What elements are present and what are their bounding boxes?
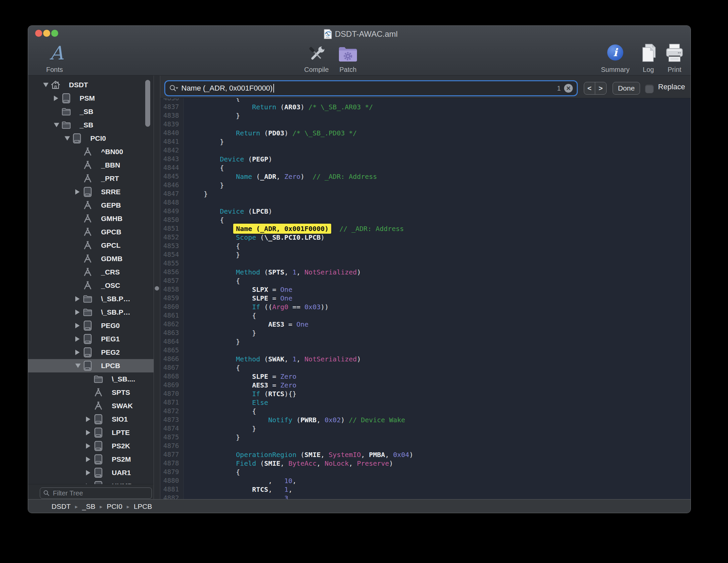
tree-item-gmhb[interactable]: GMHB	[28, 212, 154, 225]
disclosure-triangle[interactable]	[75, 336, 80, 342]
tree-item-swak[interactable]: SWAK	[28, 399, 154, 413]
patch-icon	[337, 44, 359, 65]
tree-item-peg2[interactable]: PEG2	[28, 346, 154, 359]
tree-item-gpcl[interactable]: GPCL	[28, 239, 154, 252]
disclosure-triangle[interactable]	[86, 430, 90, 435]
close-button[interactable]	[35, 30, 42, 37]
disclosure-triangle[interactable]	[86, 457, 90, 462]
disclosure-triangle[interactable]	[86, 417, 90, 422]
device-icon	[93, 454, 103, 464]
disclosure-triangle[interactable]	[65, 136, 70, 141]
code-line: 4852 Scope (\_SB.PCI0.LPCB)	[160, 233, 691, 242]
code-content[interactable]: 4836 {4837 Return (AR03) /* \_SB_.AR03 *…	[160, 98, 691, 499]
tree-item-label: ^BN00	[101, 148, 123, 156]
breadcrumb-item-dsdt[interactable]: DSDT	[52, 502, 71, 511]
tree-item-peg1[interactable]: PEG1	[28, 332, 154, 346]
disclosure-triangle[interactable]	[75, 364, 81, 368]
tree-item-srre[interactable]: SRRE	[28, 185, 154, 199]
tree-item-_osc[interactable]: _OSC	[28, 279, 154, 292]
code-line: 4868 SLPE = Zero	[160, 372, 691, 381]
code-line: 4882 , 3,	[160, 494, 691, 499]
tree-item-dsdt[interactable]: DSDT	[28, 78, 154, 92]
tree-item-gepb[interactable]: GEPB	[28, 199, 154, 212]
tree-item-^bn00[interactable]: ^BN00	[28, 145, 154, 158]
patch-button[interactable]: Patch	[337, 26, 359, 65]
line-number: 4874	[160, 424, 184, 433]
tree-item-sio1[interactable]: SIO1	[28, 413, 154, 426]
clear-search-icon[interactable]: ✕	[564, 84, 573, 93]
zoom-button[interactable]	[51, 30, 58, 37]
tree-item-_sbp[interactable]: \_SB.P…	[28, 306, 154, 319]
method-icon	[83, 267, 93, 277]
minimize-button[interactable]	[43, 30, 50, 37]
tree-item-peg0[interactable]: PEG0	[28, 319, 154, 332]
code-line: 4846 }	[160, 181, 691, 190]
disclosure-triangle[interactable]	[86, 443, 90, 449]
disclosure-triangle[interactable]	[54, 123, 59, 127]
pane-splitter[interactable]	[154, 76, 160, 499]
tree-item-psm[interactable]: PSM	[28, 92, 154, 105]
disclosure-triangle[interactable]	[75, 323, 80, 328]
line-number: 4882	[160, 494, 184, 499]
tree-item-_sb[interactable]: \_SB....	[28, 372, 154, 386]
search-icon[interactable]	[169, 84, 178, 92]
breadcrumb-item-_sb[interactable]: _SB	[82, 502, 95, 511]
compile-button[interactable]: Compile	[305, 26, 328, 65]
tree-item-_sb[interactable]: _SB	[28, 105, 154, 118]
tree-item-pci0[interactable]: PCI0	[28, 132, 154, 145]
code-line: 4856 Method (SPTS, 1, NotSerialized)	[160, 268, 691, 276]
line-number: 4873	[160, 416, 184, 424]
disclosure-triangle[interactable]	[54, 96, 58, 101]
print-button[interactable]: Print	[665, 26, 684, 64]
find-prev-next-control: < >	[584, 82, 607, 95]
tree-item-gpcb[interactable]: GPCB	[28, 225, 154, 239]
breadcrumb-item-pci0[interactable]: PCI0	[107, 502, 122, 511]
tree-item-label: UAR1	[112, 469, 131, 477]
search-input[interactable]: Name (_ADR, 0x001F0000) 1 ✕	[165, 81, 577, 95]
log-button[interactable]: Log	[639, 26, 658, 64]
sidebar-scrollbar[interactable]	[145, 80, 150, 127]
tree-item-gdmb[interactable]: GDMB	[28, 252, 154, 265]
code-line: 4842	[160, 146, 691, 155]
toolbar-item-fonts[interactable]: A Fonts	[43, 44, 66, 63]
find-previous-button[interactable]: <	[584, 82, 595, 94]
disclosure-triangle[interactable]	[75, 310, 80, 315]
tree-item-_crs[interactable]: _CRS	[28, 265, 154, 279]
tree-item-_sb[interactable]: _SB	[28, 118, 154, 132]
tree-item-label: _SB	[80, 108, 93, 116]
tree-item-_sbp[interactable]: \_SB.P…	[28, 292, 154, 306]
filter-tree-input[interactable]	[40, 487, 152, 499]
folder-icon	[61, 120, 71, 130]
tree-item-_prt[interactable]: _PRT	[28, 172, 154, 185]
tree-item-_bbn[interactable]: _BBN	[28, 158, 154, 172]
breadcrumb-item-lpcb[interactable]: LPCB	[134, 502, 152, 511]
tree-item-ps2m[interactable]: PS2M	[28, 453, 154, 466]
breadcrumb[interactable]: DSDT▸_SB▸PCI0▸LPCB	[52, 502, 152, 511]
tree-item-lpte[interactable]: LPTE	[28, 426, 154, 439]
tree-item-humd[interactable]: HUMD	[28, 479, 154, 484]
tree-item-label: _CRS	[101, 268, 120, 276]
method-icon	[93, 387, 103, 398]
disclosure-triangle[interactable]	[86, 470, 90, 475]
tree-item-uar1[interactable]: UAR1	[28, 466, 154, 479]
disclosure-triangle[interactable]	[75, 350, 80, 355]
splitter-handle-dot[interactable]	[155, 286, 159, 291]
disclosure-triangle[interactable]	[75, 189, 80, 195]
printer-icon	[665, 43, 684, 64]
tree-item-label: SWAK	[112, 402, 133, 410]
device-icon	[83, 321, 93, 331]
find-next-button[interactable]: >	[595, 82, 606, 94]
tree-item-lpcb[interactable]: LPCB	[28, 359, 154, 372]
done-button[interactable]: Done	[613, 82, 640, 95]
replace-checkbox[interactable]	[645, 85, 654, 93]
acpi-tree[interactable]: DSDTPSM_SB_SBPCI0^BN00_BBN_PRTSRREGEPBGM…	[28, 78, 154, 484]
tree-item-label: _OSC	[101, 282, 120, 290]
code-editor[interactable]: 4836 {4837 Return (AR03) /* \_SB_.AR03 *…	[160, 98, 691, 499]
disclosure-triangle[interactable]	[43, 83, 49, 87]
disclosure-triangle[interactable]	[75, 296, 80, 302]
tree-item-spts[interactable]: SPTS	[28, 386, 154, 399]
code-line: 4870 If (RTCS){}	[160, 389, 691, 398]
code-line: 4854 }	[160, 250, 691, 259]
tree-item-ps2k[interactable]: PS2K	[28, 439, 154, 453]
summary-button[interactable]: i Summary	[607, 26, 623, 61]
